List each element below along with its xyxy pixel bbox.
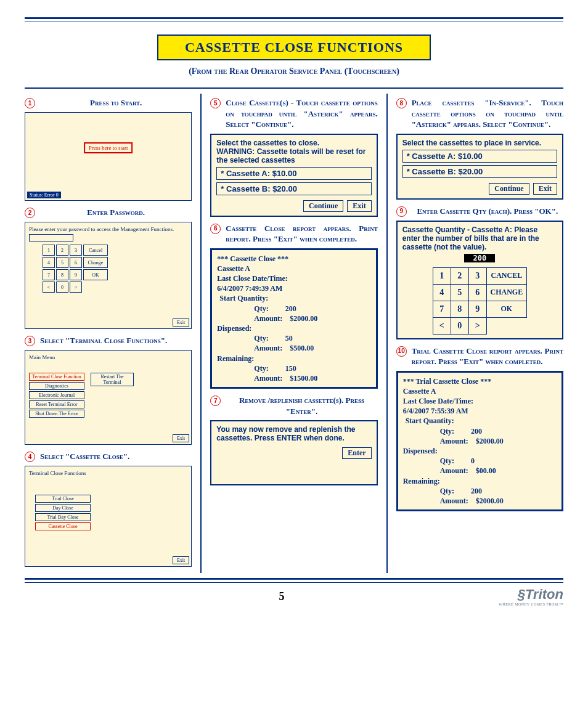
menu-day-close[interactable]: Day Close xyxy=(35,504,91,512)
key[interactable]: 6 xyxy=(70,257,82,268)
report-dq: Qty: 50 xyxy=(217,333,370,343)
select-close-panel: Select the cassettes to close. WARNING: … xyxy=(210,134,377,217)
column-right: 8 Place cassettes "In-Service". Touch ca… xyxy=(396,94,563,573)
menu-shutdown[interactable]: Shut Down The Error xyxy=(29,410,84,418)
panel-msg: Select the cassettes to place in service… xyxy=(402,139,557,147)
report-ra: Amount: $1500.00 xyxy=(217,373,370,383)
report-sa: Amount: $2000.00 xyxy=(403,436,557,446)
status-bar: Status: Error 0 xyxy=(27,192,61,198)
enter-button[interactable]: Enter xyxy=(342,447,371,459)
key[interactable]: 4 xyxy=(43,257,55,268)
step-8: 8 Place cassettes "In-Service". Touch ca… xyxy=(396,97,563,200)
key[interactable]: 9 xyxy=(70,269,82,280)
key[interactable]: 0 xyxy=(56,282,68,293)
exit-button[interactable]: Exit xyxy=(533,183,557,195)
menu-terminal-close[interactable]: Terminal Close Function xyxy=(29,373,84,381)
step-number: 3 xyxy=(25,336,35,346)
exit-button[interactable]: Exit xyxy=(173,556,189,564)
content-columns: 1 Press to Start. Press here to start St… xyxy=(25,87,563,573)
key-ok[interactable]: OK xyxy=(83,269,108,280)
cassette-a-option[interactable]: * Cassette A: $10.00 xyxy=(402,150,557,163)
key-0[interactable]: 0 xyxy=(451,317,468,334)
step-number: 8 xyxy=(396,98,407,108)
menu-reset[interactable]: Reset Terminal Error xyxy=(29,400,84,408)
key-left[interactable]: < xyxy=(433,317,451,334)
mini-keypad: 123Cancel 456Change 789OK <0> xyxy=(41,243,109,294)
cassette-b-option[interactable]: * Cassette B: $20.00 xyxy=(216,182,371,195)
key-cancel[interactable]: Cancel xyxy=(83,245,108,256)
report-disp: Dispensed: xyxy=(217,323,370,333)
key-change[interactable]: Change xyxy=(83,257,108,268)
report-sa: Amount: $2000.00 xyxy=(217,314,370,323)
exit-button[interactable]: Exit xyxy=(173,434,189,442)
key-7[interactable]: 7 xyxy=(433,301,451,317)
key[interactable]: > xyxy=(70,282,82,293)
close-report: *** Cassette Close *** Cassette A Last C… xyxy=(210,248,377,389)
replenish-panel: You may now remove and replenish the cas… xyxy=(210,420,377,485)
step-number: 5 xyxy=(210,98,221,108)
cassette-b-option[interactable]: * Cassette B: $20.00 xyxy=(402,165,557,178)
step-number: 4 xyxy=(25,452,35,462)
keypad: 123CANCEL 456CHANGE 789OK <0> xyxy=(433,267,527,335)
logo-tagline: WHERE MONEY COMES FROM.™ xyxy=(465,602,563,606)
key-8[interactable]: 8 xyxy=(451,301,468,317)
key[interactable]: 8 xyxy=(56,269,68,280)
step-5: 5 Close Cassette(s) - Touch cassette opt… xyxy=(210,97,377,217)
continue-button[interactable]: Continue xyxy=(489,183,529,195)
step-3: 3 Select "Terminal Close Functions". Mai… xyxy=(25,335,192,445)
panel-warning: WARNING: Cassette totals will be reset f… xyxy=(216,147,371,164)
qty-value: 200 xyxy=(464,254,495,262)
key-cancel[interactable]: CANCEL xyxy=(486,267,526,284)
screenshot-main-menu: Main Menu Terminal Close Function Diagno… xyxy=(25,350,192,445)
exit-button[interactable]: Exit xyxy=(173,318,189,327)
menu-restart[interactable]: Restart The Terminal xyxy=(91,373,134,386)
key[interactable]: < xyxy=(43,282,55,293)
report-cassette: Cassette A xyxy=(403,386,557,396)
menu-cassette-close[interactable]: Cassette Close xyxy=(35,522,91,530)
menu-trial-day-close[interactable]: Trial Day Close xyxy=(35,513,91,521)
qty-panel: Cassette Quantity - Cassette A: Please e… xyxy=(396,221,563,339)
step-text: Place cassettes "In-Service". Touch cass… xyxy=(412,97,563,130)
report-da: Amount: $00.00 xyxy=(403,466,557,476)
key-change[interactable]: CHANGE xyxy=(486,284,526,301)
key-ok[interactable]: OK xyxy=(486,301,526,317)
menu-journal[interactable]: Electronic Journal xyxy=(29,391,84,399)
step-text: Close Cassette(s) - Touch cassette optio… xyxy=(226,97,377,130)
report-ra: Amount: $2000.00 xyxy=(403,496,557,506)
key[interactable]: 5 xyxy=(56,257,68,268)
screenshot-password: Please enter your password to access the… xyxy=(25,222,192,329)
report-rem: Remaining: xyxy=(403,476,557,486)
key-right[interactable]: > xyxy=(468,317,486,334)
step-7: 7 Remove /replenish cassette(s). Press "… xyxy=(210,395,377,485)
menu-trial-close[interactable]: Trial Close xyxy=(35,495,91,503)
step-text: Select "Cassette Close". xyxy=(40,451,192,462)
press-start-button[interactable]: Press here to start xyxy=(84,142,133,153)
key-4[interactable]: 4 xyxy=(433,284,451,301)
key-2[interactable]: 2 xyxy=(451,267,468,284)
step-text: Trial Cassette Close report appears. Pri… xyxy=(412,346,563,367)
report-dt: 6/4/2007 7:49:39 AM xyxy=(217,283,370,293)
key-9[interactable]: 9 xyxy=(468,301,486,317)
column-middle: 5 Close Cassette(s) - Touch cassette opt… xyxy=(210,94,377,573)
step-number: 1 xyxy=(25,98,35,108)
key[interactable]: 2 xyxy=(56,245,68,256)
key[interactable]: 1 xyxy=(43,245,55,256)
cassette-a-option[interactable]: * Cassette A: $10.00 xyxy=(216,167,371,180)
key[interactable]: 3 xyxy=(70,245,82,256)
key-3[interactable]: 3 xyxy=(468,267,486,284)
key-6[interactable]: 6 xyxy=(468,284,486,301)
menu-diagnostics[interactable]: Diagnostics xyxy=(29,382,84,390)
key[interactable]: 7 xyxy=(43,269,55,280)
exit-button[interactable]: Exit xyxy=(347,200,371,212)
step-9: 9 Enter Cassette Qty (each). Press "OK".… xyxy=(396,206,563,339)
password-field[interactable] xyxy=(29,234,73,241)
key-5[interactable]: 5 xyxy=(451,284,468,301)
step-4: 4 Select "Cassette Close". Terminal Clos… xyxy=(25,451,192,567)
column-divider xyxy=(200,94,202,573)
report-dt: 6/4/2007 7:55:39 AM xyxy=(403,406,557,416)
footer: 5 §Triton WHERE MONEY COMES FROM.™ xyxy=(25,586,563,606)
continue-button[interactable]: Continue xyxy=(303,200,343,212)
menu-title: Main Menu xyxy=(29,354,187,360)
key-1[interactable]: 1 xyxy=(433,267,451,284)
screenshot-close-functions: Terminal Close Functions Trial Close Day… xyxy=(25,466,192,567)
